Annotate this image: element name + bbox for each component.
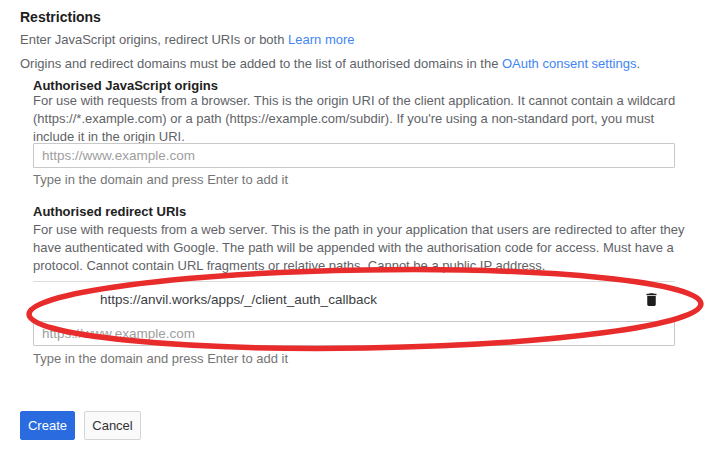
note-line: Origins and redirect domains must be add…	[20, 55, 640, 73]
redirects-section-heading: Authorised redirect URIs	[33, 204, 186, 219]
intro-line: Enter JavaScript origins, redirect URIs …	[20, 31, 355, 49]
redirects-helper-text: Type in the domain and press Enter to ad…	[33, 351, 288, 366]
origins-uri-input[interactable]	[33, 143, 675, 168]
trash-icon	[643, 291, 660, 308]
redirect-entry-uri: https://anvil.works/apps/_/client_auth_c…	[100, 292, 377, 307]
intro-text: Enter JavaScript origins, redirect URIs …	[20, 32, 288, 47]
origins-section-heading: Authorised JavaScript origins	[33, 78, 218, 93]
redirects-description: For use with requests from a web server.…	[33, 221, 685, 275]
note-suffix: .	[636, 56, 640, 71]
origins-helper-text: Type in the domain and press Enter to ad…	[33, 172, 288, 187]
redirect-entry-separator	[33, 281, 675, 282]
delete-redirect-uri-button[interactable]	[641, 289, 661, 309]
cancel-button[interactable]: Cancel	[84, 411, 141, 440]
origins-description: For use with requests from a browser. Th…	[33, 92, 685, 146]
create-button[interactable]: Create	[20, 411, 75, 440]
note-text: Origins and redirect domains must be add…	[20, 56, 502, 71]
oauth-consent-settings-link[interactable]: OAuth consent settings	[502, 56, 636, 71]
restrictions-form: Restrictions Enter JavaScript origins, r…	[0, 0, 710, 459]
page-title: Restrictions	[20, 9, 101, 25]
redirects-uri-input[interactable]	[33, 321, 675, 346]
learn-more-link[interactable]: Learn more	[288, 32, 354, 47]
